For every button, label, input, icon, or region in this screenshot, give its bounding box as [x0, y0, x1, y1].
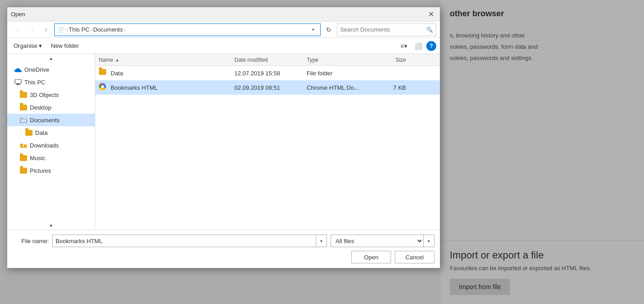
sidebar-label-documents: Documents	[30, 117, 60, 124]
action-row: Open Cancel	[13, 251, 434, 263]
folder-documents-icon	[20, 116, 27, 124]
sidebar-label-downloads: Downloads	[30, 142, 59, 149]
sidebar-label-data: Data	[35, 129, 47, 136]
file-name-data: Data	[111, 70, 234, 77]
dialog-filelist: Name ▲ Date modified Type Size Data 12.0…	[95, 54, 440, 230]
sidebar-item-onedrive[interactable]: OneDrive	[7, 63, 95, 76]
column-name[interactable]: Name ▲	[99, 57, 234, 63]
sidebar-item-music[interactable]: Music	[7, 152, 95, 164]
sidebar-label-onedrive: OneDrive	[24, 66, 49, 73]
column-date[interactable]: Date modified	[234, 57, 307, 63]
address-bar-icon: 📄	[57, 27, 64, 33]
address-bar-dropdown-button[interactable]: ▾	[308, 25, 317, 34]
sidebar-item-data[interactable]: Data	[7, 126, 95, 139]
dialog-title: Open	[11, 11, 425, 18]
file-date-bookmarks: 02.09.2019 09:51	[234, 84, 307, 91]
onedrive-icon	[14, 66, 22, 73]
file-icon-bookmarks	[99, 83, 108, 92]
column-type[interactable]: Type	[307, 57, 370, 63]
search-input[interactable]	[340, 26, 425, 33]
breadcrumb-sep-1: ›	[90, 27, 92, 33]
breadcrumb-thispc[interactable]: This PC	[69, 26, 89, 33]
sidebar-item-downloads[interactable]: Downloads	[7, 139, 95, 152]
filetype-select[interactable]: All files HTML Files Bookmark Files	[331, 235, 423, 247]
sidebar-label-pictures: Pictures	[30, 167, 51, 174]
commandbar-right: ≡ ▾ ⬜ ?	[397, 40, 436, 52]
forward-button[interactable]: →	[25, 23, 38, 36]
thispc-icon	[14, 78, 22, 86]
sidebar-label-music: Music	[30, 155, 45, 161]
file-icon-data	[99, 69, 108, 78]
sidebar-item-documents[interactable]: Documents	[7, 114, 95, 126]
file-name-bookmarks: Bookmarks HTML	[111, 84, 234, 91]
back-button[interactable]: ←	[11, 23, 23, 36]
breadcrumb-container: › This PC › Documents ›	[66, 26, 307, 33]
sidebar-item-pictures[interactable]: Pictures	[7, 164, 95, 177]
sidebar-items: OneDrive This PC 3D Objects	[7, 54, 95, 186]
table-row[interactable]: Bookmarks HTML 02.09.2019 09:51 Chrome H…	[95, 80, 440, 95]
breadcrumb-documents[interactable]: Documents	[93, 26, 123, 33]
filename-dropdown-button[interactable]: ▾	[316, 235, 327, 247]
breadcrumb-sep-0: ›	[66, 27, 68, 33]
sidebar-label-desktop: Desktop	[30, 104, 51, 111]
refresh-button[interactable]: ↻	[322, 23, 335, 36]
folder-3dobjects-icon	[20, 91, 27, 98]
column-size[interactable]: Size	[370, 57, 406, 63]
breadcrumb-sep-2: ›	[124, 27, 126, 33]
sidebar-scroll-down[interactable]: ▼	[7, 221, 95, 230]
up-button[interactable]: ↑	[40, 23, 52, 36]
sidebar-item-thispc[interactable]: This PC	[7, 76, 95, 88]
help-button[interactable]: ?	[426, 41, 436, 51]
filename-input[interactable]	[53, 235, 316, 247]
filename-input-wrapper: ▾	[52, 235, 327, 247]
sidebar-label-3dobjects: 3D Objects	[30, 92, 59, 98]
new-folder-button[interactable]: New folder	[48, 40, 82, 52]
filelist-header: Name ▲ Date modified Type Size	[95, 54, 440, 66]
table-row[interactable]: Data 12.07.2019 15:58 File folder	[95, 66, 440, 80]
sidebar-scroll-up[interactable]: ▲	[7, 54, 95, 62]
dialog-close-button[interactable]: ✕	[425, 9, 436, 20]
filename-label: File name:	[13, 238, 49, 244]
open-button[interactable]: Open	[351, 251, 391, 263]
svg-rect-1	[17, 83, 19, 84]
filename-row: File name: ▾ All files HTML Files Bookma…	[13, 235, 434, 247]
open-file-dialog: Open ✕ ← → ↑ 📄 › This PC › Documents › ▾…	[7, 7, 440, 268]
panels-button[interactable]: ⬜	[412, 40, 425, 52]
sidebar-item-desktop[interactable]: Desktop	[7, 101, 95, 114]
sidebar-item-3dobjects[interactable]: 3D Objects	[7, 88, 95, 101]
svg-rect-2	[16, 84, 20, 85]
folder-desktop-icon	[20, 104, 27, 111]
folder-music-icon	[20, 154, 27, 161]
file-size-bookmarks: 7 KB	[370, 84, 406, 91]
dialog-toolbar: ← → ↑ 📄 › This PC › Documents › ▾ ↻ 🔍	[7, 22, 440, 38]
dialog-content: ▲ OneDrive This PC	[7, 54, 440, 230]
search-box: 🔍	[337, 23, 436, 36]
folder-pictures-icon	[20, 167, 27, 174]
folder-data-icon	[25, 129, 33, 136]
sort-arrow: ▲	[115, 58, 119, 62]
view-button[interactable]: ≡ ▾	[397, 40, 410, 52]
file-type-bookmarks: Chrome HTML Do...	[307, 84, 370, 91]
filetype-dropdown-button[interactable]: ▾	[423, 235, 434, 247]
cancel-button[interactable]: Cancel	[395, 251, 434, 263]
address-bar[interactable]: 📄 › This PC › Documents › ▾	[54, 23, 321, 36]
sidebar-label-thispc: This PC	[24, 79, 45, 86]
dialog-commandbar: Organise ▾ New folder ≡ ▾ ⬜ ?	[7, 38, 440, 54]
filetype-select-wrapper: All files HTML Files Bookmark Files ▾	[331, 235, 434, 247]
svg-rect-0	[15, 79, 21, 83]
dialog-bottom: File name: ▾ All files HTML Files Bookma…	[7, 230, 440, 268]
search-icon: 🔍	[426, 27, 433, 33]
folder-downloads-icon	[20, 142, 27, 149]
organise-button[interactable]: Organise ▾	[11, 40, 45, 52]
dialog-titlebar: Open ✕	[7, 7, 440, 22]
dialog-sidebar: ▲ OneDrive This PC	[7, 54, 95, 230]
file-type-data: File folder	[307, 70, 370, 77]
file-date-data: 12.07.2019 15:58	[234, 70, 307, 77]
